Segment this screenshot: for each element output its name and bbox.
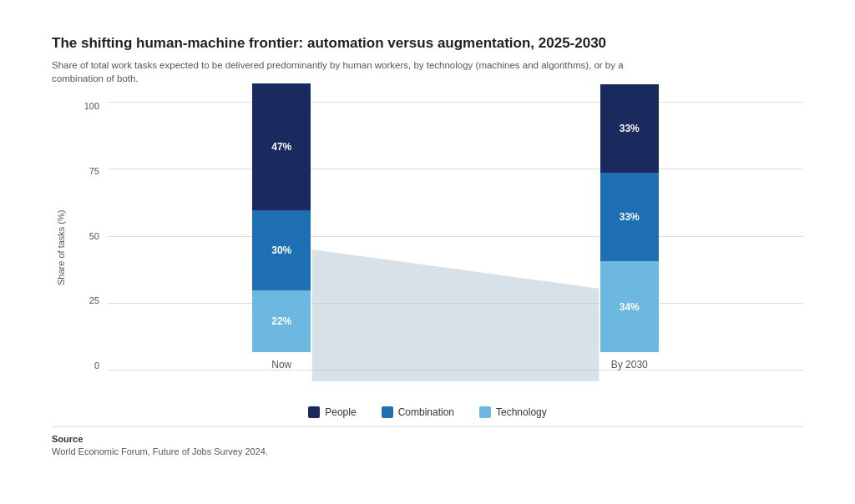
legend-item-technology: Technology	[479, 406, 547, 418]
y-label-25: 25	[89, 296, 99, 305]
chart-title: The shifting human-machine frontier: aut…	[52, 35, 803, 52]
bar-label-now-technology: 22%	[271, 315, 291, 327]
y-axis-title: Share of tasks (%)	[52, 102, 70, 394]
chart-container: The shifting human-machine frontier: aut…	[27, 10, 828, 494]
bar-group-now: 22% 30% 47% Now	[248, 83, 315, 370]
bar-stack-now: 22% 30% 47%	[252, 83, 311, 352]
legend-label-combination: Combination	[398, 406, 454, 418]
y-label-100: 100	[84, 102, 99, 111]
bar-label-now-people: 47%	[271, 141, 291, 153]
bars-row: 22% 30% 47% Now	[108, 102, 803, 370]
chart-subtitle: Share of total work tasks expected to be…	[52, 58, 636, 85]
source-text: World Economic Forum, Future of Jobs Sur…	[52, 446, 803, 456]
bar-label-2030-technology: 34%	[620, 301, 640, 313]
legend: People Combination Technology	[52, 406, 803, 418]
bar-label-now-combination: 30%	[271, 244, 291, 256]
source-label: Source	[52, 434, 803, 444]
bar-stack-2030: 34% 33% 33%	[600, 84, 659, 352]
legend-label-technology: Technology	[496, 406, 547, 418]
bar-segment-2030-technology: 34%	[600, 261, 659, 352]
x-label-2030: By 2030	[611, 359, 648, 370]
bar-segment-2030-combination: 33%	[600, 173, 659, 261]
bar-segment-now-technology: 22%	[252, 290, 311, 352]
legend-item-combination: Combination	[382, 406, 454, 418]
legend-item-people: People	[308, 406, 356, 418]
source-section: Source World Economic Forum, Future of J…	[52, 426, 803, 456]
y-label-75: 75	[89, 167, 99, 176]
legend-dot-combination	[382, 406, 393, 418]
bar-segment-now-people: 47%	[252, 83, 311, 210]
x-label-now: Now	[271, 359, 291, 370]
legend-dot-technology	[479, 406, 491, 418]
bar-segment-2030-people: 33%	[600, 84, 659, 173]
y-label-50: 50	[89, 232, 99, 241]
y-label-0: 0	[94, 361, 99, 370]
legend-dot-people	[308, 406, 320, 418]
y-axis: 100 75 50 25 0	[70, 102, 108, 394]
legend-label-people: People	[325, 406, 356, 418]
bar-label-2030-people: 33%	[620, 123, 640, 134]
bar-group-2030: 34% 33% 33% By 2030	[596, 84, 663, 370]
bar-label-2030-combination: 33%	[620, 211, 640, 223]
bar-segment-now-combination: 30%	[252, 210, 311, 290]
plot-area: 22% 30% 47% Now	[108, 102, 803, 394]
